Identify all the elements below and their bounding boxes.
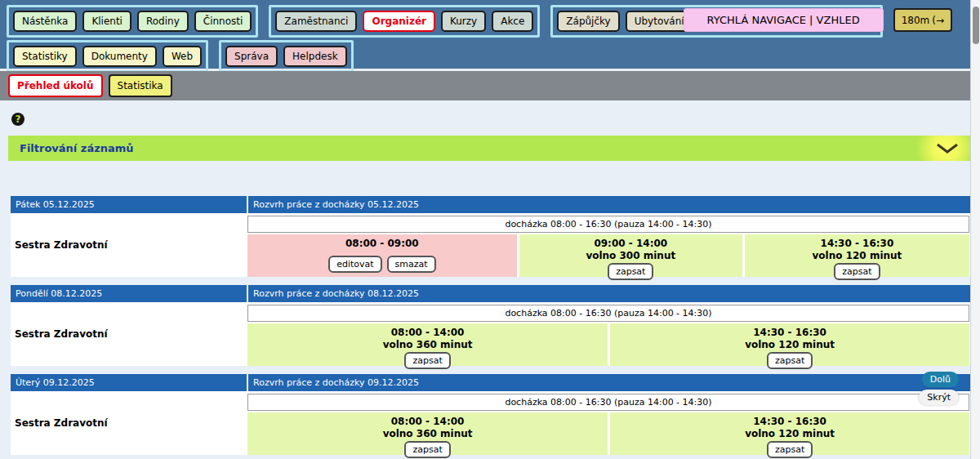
block-free-minutes: volno 120 minut (745, 428, 835, 439)
schedule-day-row: Pátek 05.12.2025 Rozvrh práce z docházky… (11, 196, 970, 277)
tab-statistics[interactable]: Statistika (109, 74, 172, 97)
day-schedule-area: docházka 08:00 - 16:30 (pauza 14:00 - 14… (247, 302, 970, 366)
block-free-minutes: volno 360 minut (383, 339, 473, 350)
time-blocks: 08:00 - 14:00 volno 360 minut zapsat 14:… (247, 323, 969, 366)
employee-name: Sestra Zdravotní (11, 302, 247, 366)
nav-item-zapujcky[interactable]: Zápůjčky (557, 11, 619, 32)
nav-item-organizer-active[interactable]: Organizér (363, 11, 435, 32)
day-body: Sestra Zdravotní docházka 08:00 - 16:30 … (11, 302, 970, 366)
day-header: Pátek 05.12.2025 Rozvrh práce z docházky… (11, 196, 970, 213)
write-button[interactable]: zapsat (767, 352, 813, 369)
edit-button[interactable]: editovat (328, 256, 381, 273)
block-time-range: 08:00 - 14:00 (391, 327, 465, 338)
block-actions: zapsat (404, 441, 450, 458)
filter-panel-title: Filtrování záznamů (20, 142, 134, 154)
quick-navigation-button[interactable]: RYCHLÁ NAVIGACE | VZHLED (684, 8, 884, 32)
day-title: Rozvrh práce z docházky 05.12.2025 (248, 196, 970, 213)
schedule-block-free: 14:30 - 16:30 volno 120 minut zapsat (745, 234, 969, 277)
nav-item-statistiky[interactable]: Statistiky (13, 46, 77, 67)
day-date-label: Pátek 05.12.2025 (11, 196, 247, 213)
nav-row-2: Statistiky Dokumenty Web Správa Helpdesk (7, 40, 893, 73)
write-button[interactable]: zapsat (404, 352, 450, 369)
block-actions: zapsat (767, 441, 813, 458)
block-actions: zapsat (404, 352, 450, 369)
hide-button[interactable]: Skrýt (919, 390, 959, 405)
nav-right-controls: RYCHLÁ NAVIGACE | VZHLED 180m (→ (684, 8, 952, 32)
time-blocks: 08:00 - 14:00 volno 360 minut zapsat 14:… (247, 412, 969, 455)
main-navigation-bar: Nástěnka Klienti Rodiny Činnosti Zaměstn… (0, 0, 970, 69)
nav-item-web[interactable]: Web (163, 46, 202, 67)
write-button[interactable]: zapsat (608, 263, 653, 280)
logout-icon: (→ (932, 15, 944, 26)
floating-scroll-controls: Dolů Skrýt (919, 372, 959, 405)
filter-records-panel[interactable]: Filtrování záznamů (8, 136, 970, 161)
write-button[interactable]: zapsat (834, 263, 880, 280)
nav-item-rodiny[interactable]: Rodiny (137, 11, 189, 32)
nav-group-agenda: Zaměstnanci Organizér Kurzy Akce (269, 5, 540, 38)
day-header: Pondělí 08.12.2025 Rozvrh práce z docház… (11, 285, 970, 302)
block-actions: editovat smazat (328, 256, 435, 273)
section-tab-bar: Přehled úkolů Statistika (0, 71, 970, 100)
block-actions: zapsat (767, 352, 813, 369)
help-icon[interactable]: ? (11, 113, 24, 126)
block-time-range: 14:30 - 16:30 (753, 416, 826, 427)
schedule-block-work: 08:00 - 09:00 editovat smazat (247, 234, 517, 277)
block-actions: zapsat (834, 263, 880, 280)
nav-group-main: Nástěnka Klienti Rodiny Činnosti (7, 5, 258, 38)
nav-group-admin: Správa Helpdesk (219, 40, 354, 73)
write-button[interactable]: zapsat (404, 441, 450, 458)
nav-item-sprava[interactable]: Správa (225, 46, 278, 67)
nav-item-akce[interactable]: Akce (492, 11, 533, 32)
nav-item-nastenka[interactable]: Nástěnka (13, 11, 77, 32)
day-schedule-area: docházka 08:00 - 16:30 (pauza 14:00 - 14… (247, 391, 970, 455)
block-time-range: 09:00 - 14:00 (594, 238, 667, 249)
schedule-block-free: 08:00 - 14:00 volno 360 minut zapsat (247, 323, 608, 366)
day-title: Rozvrh práce z docházky 08.12.2025 (248, 285, 970, 302)
schedule-block-free: 08:00 - 14:00 volno 360 minut zapsat (247, 412, 608, 455)
nav-group-reports: Statistiky Dokumenty Web (7, 40, 208, 73)
block-time-range: 14:30 - 16:30 (821, 238, 894, 249)
nav-item-zamestnanci[interactable]: Zaměstnanci (275, 11, 357, 32)
day-schedule-area: docházka 08:00 - 16:30 (pauza 14:00 - 14… (247, 213, 970, 277)
tab-task-overview[interactable]: Přehled úkolů (8, 74, 103, 97)
day-title: Rozvrh práce z docházky 09.12.2025 (248, 374, 970, 391)
day-date-label: Úterý 09.12.2025 (11, 374, 247, 391)
schedule-day-row: Úterý 09.12.2025 Rozvrh práce z docházky… (11, 374, 970, 455)
block-free-minutes: volno 120 minut (745, 339, 835, 350)
scrollbar-thumb[interactable] (973, 7, 979, 44)
attendance-summary: docházka 08:00 - 16:30 (pauza 14:00 - 14… (247, 394, 969, 411)
day-body: Sestra Zdravotní docházka 08:00 - 16:30 … (11, 213, 970, 277)
block-time-range: 14:30 - 16:30 (753, 327, 826, 338)
scroll-down-button[interactable]: Dolů (922, 372, 959, 387)
work-schedule-table: Pátek 05.12.2025 Rozvrh práce z docházky… (11, 196, 970, 459)
schedule-block-free: 09:00 - 14:00 volno 300 minut zapsat (519, 234, 742, 277)
block-time-range: 08:00 - 14:00 (391, 416, 465, 427)
nav-item-kurzy[interactable]: Kurzy (441, 11, 486, 32)
block-actions: zapsat (608, 263, 653, 280)
block-free-minutes: volno 360 minut (383, 428, 473, 439)
employee-name: Sestra Zdravotní (11, 213, 247, 277)
delete-button[interactable]: smazat (387, 256, 436, 273)
time-blocks: 08:00 - 09:00 editovat smazat 09:00 - 14… (247, 234, 969, 277)
attendance-summary: docházka 08:00 - 16:30 (pauza 14:00 - 14… (247, 216, 969, 233)
schedule-block-free: 14:30 - 16:30 volno 120 minut zapsat (610, 323, 969, 366)
schedule-block-free: 14:30 - 16:30 volno 120 minut zapsat (610, 412, 969, 455)
block-free-minutes: volno 300 minut (586, 250, 675, 261)
chevron-down-icon[interactable] (936, 143, 959, 154)
nav-item-helpdesk[interactable]: Helpdesk (283, 46, 347, 67)
day-header: Úterý 09.12.2025 Rozvrh práce z docházky… (11, 374, 970, 391)
day-body: Sestra Zdravotní docházka 08:00 - 16:30 … (11, 391, 970, 455)
nav-item-dokumenty[interactable]: Dokumenty (82, 46, 157, 67)
attendance-summary: docházka 08:00 - 16:30 (pauza 14:00 - 14… (247, 305, 969, 322)
session-timer-value: 180m (902, 15, 930, 26)
employee-name: Sestra Zdravotní (11, 391, 247, 455)
nav-item-cinnosti[interactable]: Činnosti (194, 11, 252, 32)
schedule-day-row: Pondělí 08.12.2025 Rozvrh práce z docház… (11, 285, 970, 366)
block-free-minutes: volno 120 minut (813, 250, 902, 261)
write-button[interactable]: zapsat (767, 441, 813, 458)
session-timer-button[interactable]: 180m (→ (893, 8, 952, 32)
vertical-scrollbar[interactable] (970, 0, 980, 459)
nav-item-klienti[interactable]: Klienti (82, 11, 131, 32)
block-time-range: 08:00 - 09:00 (345, 238, 419, 249)
day-date-label: Pondělí 08.12.2025 (11, 285, 247, 302)
